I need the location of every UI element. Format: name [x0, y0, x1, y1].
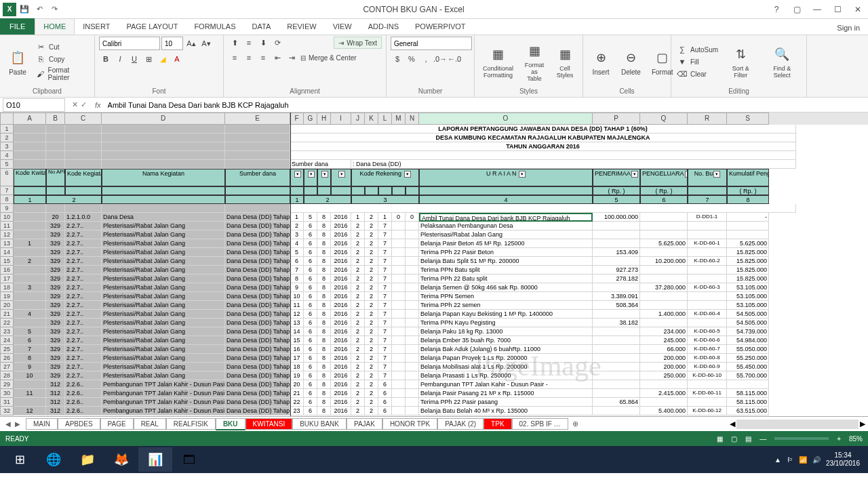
cell[interactable]	[331, 186, 351, 195]
cell[interactable]: Plesterisasi/Rabat Jalan Gang	[102, 230, 225, 239]
cell[interactable]: 2.2.7..	[65, 239, 102, 248]
taskbar-clock[interactable]: 15:3423/10/2016	[826, 451, 860, 468]
cell[interactable]	[392, 310, 406, 319]
cell[interactable]: 6	[304, 230, 317, 239]
cell[interactable]: 10.200.000	[640, 257, 688, 266]
row-header[interactable]: 24	[0, 336, 14, 345]
cell[interactable]: ( Rp. )	[640, 186, 688, 195]
cell[interactable]: 278.182	[593, 274, 640, 283]
cell[interactable]	[392, 257, 406, 266]
zoom-out-button[interactable]: —	[760, 435, 766, 443]
cell[interactable]: Plesterisasi/Rabat Jalan Gang	[102, 248, 225, 257]
cell[interactable]: Plesterisasi/Rabat Jalan Gang	[102, 257, 225, 266]
cell[interactable]: 8	[317, 301, 331, 310]
cell[interactable]: 2.2.7..	[65, 274, 102, 283]
cell[interactable]: 7	[688, 195, 727, 204]
cell[interactable]: 2	[351, 266, 365, 274]
cell[interactable]: 2.2.6..	[65, 380, 102, 389]
cell[interactable]	[688, 301, 727, 310]
taskbar-ie-icon[interactable]: 🌐	[37, 447, 71, 472]
row-header[interactable]: 22	[0, 319, 14, 327]
tab-data[interactable]: DATA	[244, 18, 279, 35]
cancel-formula-icon[interactable]: ✕	[72, 100, 78, 109]
cell[interactable]: Dana Desa (DD) Tahap I	[225, 327, 290, 336]
cell[interactable]: Dana Desa (DD) Tahap I	[225, 230, 290, 239]
cell[interactable]: 7	[378, 310, 392, 319]
cell[interactable]	[406, 248, 419, 257]
cell[interactable]	[406, 389, 419, 398]
cell[interactable]: Plesterisasi/Rabat Jalan Gang	[102, 283, 225, 292]
cell[interactable]: 11	[290, 301, 304, 310]
cell[interactable]	[688, 222, 727, 230]
cell[interactable]	[392, 345, 406, 354]
cell[interactable]	[593, 389, 640, 398]
cell[interactable]: 2	[365, 398, 378, 407]
tray-up-icon[interactable]: ▲	[774, 456, 781, 464]
cell[interactable]	[225, 134, 290, 142]
cell[interactable]: 2	[351, 319, 365, 327]
fill-color-button[interactable]: ◢	[156, 53, 170, 65]
cell[interactable]	[406, 407, 419, 415]
cell[interactable]: 3.389.091	[593, 292, 640, 301]
cell[interactable]: Dana Desa (DD) Tahap I	[225, 371, 290, 380]
hscroll-right[interactable]: ▶	[860, 420, 865, 429]
cell[interactable]: 15.825.000	[727, 274, 769, 283]
cell[interactable]: 4	[14, 310, 46, 319]
col-header[interactable]: O	[419, 113, 593, 125]
orientation-button[interactable]: ⟳	[271, 37, 284, 49]
merge-center-button[interactable]: ⊟Merge & Center	[299, 52, 358, 64]
cell[interactable]	[14, 151, 46, 160]
cell[interactable]	[378, 186, 392, 195]
cell[interactable]: 329	[46, 354, 65, 363]
cell[interactable]: 4	[290, 239, 304, 248]
cell[interactable]: 2016	[331, 407, 351, 415]
cell[interactable]: 2	[365, 301, 378, 310]
cell[interactable]: 329	[46, 327, 65, 336]
cell[interactable]: Dana Desa (DD) Tahap I	[225, 257, 290, 266]
cell[interactable]	[688, 266, 727, 274]
row-header[interactable]: 9	[0, 204, 14, 213]
cell[interactable]: 8	[317, 398, 331, 407]
tab-review[interactable]: REVIEW	[279, 18, 324, 35]
tab-view[interactable]: VIEW	[325, 18, 360, 35]
cell[interactable]: 2	[304, 195, 351, 204]
cell[interactable]: 2	[351, 248, 365, 257]
cell[interactable]: 234.000	[640, 327, 688, 336]
cell[interactable]	[406, 274, 419, 283]
cell[interactable]: 18	[290, 363, 304, 371]
inc-decimal-button[interactable]: .0→	[433, 53, 447, 65]
cell[interactable]: Belanja Paku 18 kg Rp. 13000	[419, 327, 593, 336]
cell[interactable]: 7	[378, 363, 392, 371]
cell[interactable]: 2.2.6..	[65, 407, 102, 415]
cell[interactable]	[392, 266, 406, 274]
cell[interactable]: 2	[351, 363, 365, 371]
cell[interactable]: 2.2.7..	[65, 363, 102, 371]
tray-network-icon[interactable]: 📶	[799, 456, 807, 464]
cell[interactable]: 2016	[331, 380, 351, 389]
cell[interactable]: 5	[593, 195, 640, 204]
cell[interactable]: 8	[317, 354, 331, 363]
cell[interactable]: 55.050.000	[727, 345, 769, 354]
col-header[interactable]: M	[392, 113, 406, 125]
zoom-level[interactable]: 85%	[849, 435, 863, 443]
cell[interactable]: 2016	[331, 363, 351, 371]
cell[interactable]: Dana Desa	[102, 213, 225, 222]
cell[interactable]: 312	[46, 398, 65, 407]
sort-filter-button[interactable]: ⇅Sort & Filter	[722, 43, 759, 80]
cell[interactable]: 8	[317, 248, 331, 257]
cell[interactable]	[593, 230, 640, 239]
cell[interactable]: 2	[351, 257, 365, 266]
cell[interactable]: 2	[351, 230, 365, 239]
tray-flag-icon[interactable]: 🏳	[787, 456, 793, 464]
cell[interactable]: Kode Kwitansi	[14, 169, 46, 186]
cell[interactable]: Belanja Ember 35 buah Rp. 7000	[419, 336, 593, 345]
cell[interactable]: 2016	[331, 319, 351, 327]
cell[interactable]: 2.2.6..	[65, 389, 102, 398]
cell[interactable]: 2016	[331, 398, 351, 407]
hscroll-thumb[interactable]	[736, 420, 859, 429]
cell[interactable]	[290, 151, 796, 160]
cell[interactable]: 2.2.7..	[65, 319, 102, 327]
cell[interactable]: 15	[290, 336, 304, 345]
sheet-nav-next[interactable]: ▶	[15, 420, 20, 428]
cell[interactable]: 55.450.000	[727, 363, 769, 371]
